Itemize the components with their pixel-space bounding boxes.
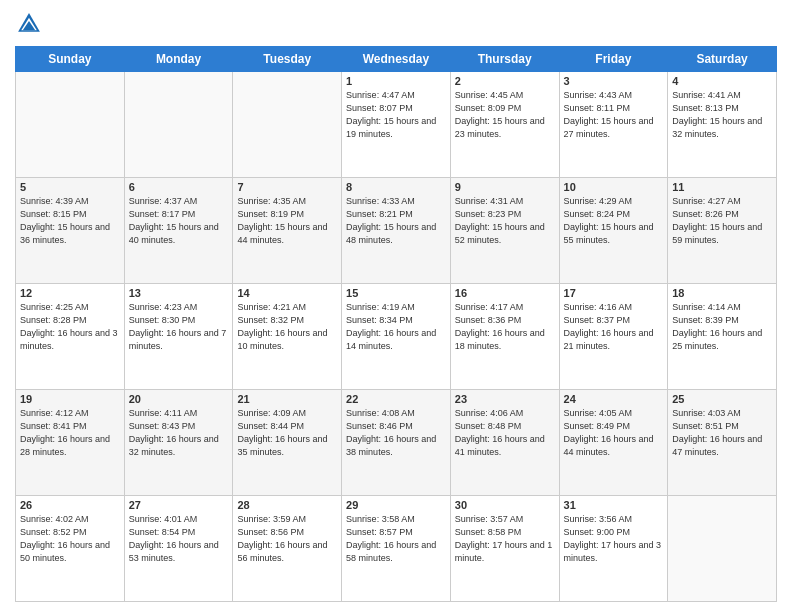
calendar-cell: 31Sunrise: 3:56 AM Sunset: 9:00 PM Dayli…: [559, 496, 668, 602]
day-info: Sunrise: 4:33 AM Sunset: 8:21 PM Dayligh…: [346, 195, 446, 247]
calendar-cell: 5Sunrise: 4:39 AM Sunset: 8:15 PM Daylig…: [16, 178, 125, 284]
day-info: Sunrise: 4:01 AM Sunset: 8:54 PM Dayligh…: [129, 513, 229, 565]
day-number: 26: [20, 499, 120, 511]
calendar-week-2: 5Sunrise: 4:39 AM Sunset: 8:15 PM Daylig…: [16, 178, 777, 284]
day-number: 24: [564, 393, 664, 405]
calendar-cell: 6Sunrise: 4:37 AM Sunset: 8:17 PM Daylig…: [124, 178, 233, 284]
calendar-cell: 13Sunrise: 4:23 AM Sunset: 8:30 PM Dayli…: [124, 284, 233, 390]
weekday-header-sunday: Sunday: [16, 47, 125, 72]
day-number: 11: [672, 181, 772, 193]
day-number: 28: [237, 499, 337, 511]
day-info: Sunrise: 4:37 AM Sunset: 8:17 PM Dayligh…: [129, 195, 229, 247]
day-number: 25: [672, 393, 772, 405]
day-info: Sunrise: 4:47 AM Sunset: 8:07 PM Dayligh…: [346, 89, 446, 141]
day-number: 19: [20, 393, 120, 405]
calendar-table: SundayMondayTuesdayWednesdayThursdayFrid…: [15, 46, 777, 602]
day-info: Sunrise: 3:59 AM Sunset: 8:56 PM Dayligh…: [237, 513, 337, 565]
calendar-cell: 14Sunrise: 4:21 AM Sunset: 8:32 PM Dayli…: [233, 284, 342, 390]
day-info: Sunrise: 4:41 AM Sunset: 8:13 PM Dayligh…: [672, 89, 772, 141]
day-info: Sunrise: 3:57 AM Sunset: 8:58 PM Dayligh…: [455, 513, 555, 565]
header: [15, 10, 777, 38]
calendar-cell: [16, 72, 125, 178]
calendar-cell: 10Sunrise: 4:29 AM Sunset: 8:24 PM Dayli…: [559, 178, 668, 284]
weekday-header-saturday: Saturday: [668, 47, 777, 72]
weekday-header-monday: Monday: [124, 47, 233, 72]
day-number: 3: [564, 75, 664, 87]
calendar-cell: [124, 72, 233, 178]
calendar-cell: 29Sunrise: 3:58 AM Sunset: 8:57 PM Dayli…: [342, 496, 451, 602]
day-info: Sunrise: 4:31 AM Sunset: 8:23 PM Dayligh…: [455, 195, 555, 247]
day-number: 6: [129, 181, 229, 193]
day-number: 7: [237, 181, 337, 193]
day-info: Sunrise: 4:14 AM Sunset: 8:39 PM Dayligh…: [672, 301, 772, 353]
calendar-cell: 4Sunrise: 4:41 AM Sunset: 8:13 PM Daylig…: [668, 72, 777, 178]
day-number: 27: [129, 499, 229, 511]
calendar-cell: 22Sunrise: 4:08 AM Sunset: 8:46 PM Dayli…: [342, 390, 451, 496]
calendar-cell: 1Sunrise: 4:47 AM Sunset: 8:07 PM Daylig…: [342, 72, 451, 178]
day-info: Sunrise: 4:08 AM Sunset: 8:46 PM Dayligh…: [346, 407, 446, 459]
calendar-cell: 23Sunrise: 4:06 AM Sunset: 8:48 PM Dayli…: [450, 390, 559, 496]
weekday-header-row: SundayMondayTuesdayWednesdayThursdayFrid…: [16, 47, 777, 72]
logo: [15, 10, 47, 38]
day-number: 18: [672, 287, 772, 299]
calendar-cell: 19Sunrise: 4:12 AM Sunset: 8:41 PM Dayli…: [16, 390, 125, 496]
day-info: Sunrise: 4:45 AM Sunset: 8:09 PM Dayligh…: [455, 89, 555, 141]
calendar-cell: [233, 72, 342, 178]
calendar-cell: 17Sunrise: 4:16 AM Sunset: 8:37 PM Dayli…: [559, 284, 668, 390]
day-number: 16: [455, 287, 555, 299]
calendar-cell: 27Sunrise: 4:01 AM Sunset: 8:54 PM Dayli…: [124, 496, 233, 602]
day-info: Sunrise: 4:05 AM Sunset: 8:49 PM Dayligh…: [564, 407, 664, 459]
day-info: Sunrise: 4:21 AM Sunset: 8:32 PM Dayligh…: [237, 301, 337, 353]
day-number: 20: [129, 393, 229, 405]
weekday-header-friday: Friday: [559, 47, 668, 72]
day-number: 1: [346, 75, 446, 87]
calendar-week-3: 12Sunrise: 4:25 AM Sunset: 8:28 PM Dayli…: [16, 284, 777, 390]
weekday-header-wednesday: Wednesday: [342, 47, 451, 72]
calendar-cell: 2Sunrise: 4:45 AM Sunset: 8:09 PM Daylig…: [450, 72, 559, 178]
day-number: 30: [455, 499, 555, 511]
calendar-cell: 24Sunrise: 4:05 AM Sunset: 8:49 PM Dayli…: [559, 390, 668, 496]
day-info: Sunrise: 4:11 AM Sunset: 8:43 PM Dayligh…: [129, 407, 229, 459]
calendar-cell: 12Sunrise: 4:25 AM Sunset: 8:28 PM Dayli…: [16, 284, 125, 390]
logo-icon: [15, 10, 43, 38]
calendar-cell: 20Sunrise: 4:11 AM Sunset: 8:43 PM Dayli…: [124, 390, 233, 496]
day-number: 9: [455, 181, 555, 193]
day-number: 12: [20, 287, 120, 299]
day-number: 15: [346, 287, 446, 299]
day-number: 14: [237, 287, 337, 299]
day-info: Sunrise: 4:25 AM Sunset: 8:28 PM Dayligh…: [20, 301, 120, 353]
day-info: Sunrise: 4:06 AM Sunset: 8:48 PM Dayligh…: [455, 407, 555, 459]
day-number: 17: [564, 287, 664, 299]
calendar-week-5: 26Sunrise: 4:02 AM Sunset: 8:52 PM Dayli…: [16, 496, 777, 602]
calendar-cell: 30Sunrise: 3:57 AM Sunset: 8:58 PM Dayli…: [450, 496, 559, 602]
weekday-header-thursday: Thursday: [450, 47, 559, 72]
calendar-cell: 7Sunrise: 4:35 AM Sunset: 8:19 PM Daylig…: [233, 178, 342, 284]
day-info: Sunrise: 4:29 AM Sunset: 8:24 PM Dayligh…: [564, 195, 664, 247]
calendar-cell: 11Sunrise: 4:27 AM Sunset: 8:26 PM Dayli…: [668, 178, 777, 284]
day-number: 29: [346, 499, 446, 511]
calendar-page: SundayMondayTuesdayWednesdayThursdayFrid…: [0, 0, 792, 612]
weekday-header-tuesday: Tuesday: [233, 47, 342, 72]
day-number: 2: [455, 75, 555, 87]
day-info: Sunrise: 3:58 AM Sunset: 8:57 PM Dayligh…: [346, 513, 446, 565]
day-number: 31: [564, 499, 664, 511]
day-number: 10: [564, 181, 664, 193]
calendar-cell: 21Sunrise: 4:09 AM Sunset: 8:44 PM Dayli…: [233, 390, 342, 496]
calendar-week-4: 19Sunrise: 4:12 AM Sunset: 8:41 PM Dayli…: [16, 390, 777, 496]
calendar-cell: 25Sunrise: 4:03 AM Sunset: 8:51 PM Dayli…: [668, 390, 777, 496]
day-info: Sunrise: 4:03 AM Sunset: 8:51 PM Dayligh…: [672, 407, 772, 459]
calendar-cell: 3Sunrise: 4:43 AM Sunset: 8:11 PM Daylig…: [559, 72, 668, 178]
day-number: 22: [346, 393, 446, 405]
calendar-cell: 8Sunrise: 4:33 AM Sunset: 8:21 PM Daylig…: [342, 178, 451, 284]
day-info: Sunrise: 4:02 AM Sunset: 8:52 PM Dayligh…: [20, 513, 120, 565]
day-info: Sunrise: 4:39 AM Sunset: 8:15 PM Dayligh…: [20, 195, 120, 247]
day-number: 8: [346, 181, 446, 193]
calendar-cell: 26Sunrise: 4:02 AM Sunset: 8:52 PM Dayli…: [16, 496, 125, 602]
day-number: 5: [20, 181, 120, 193]
day-info: Sunrise: 4:12 AM Sunset: 8:41 PM Dayligh…: [20, 407, 120, 459]
day-info: Sunrise: 4:35 AM Sunset: 8:19 PM Dayligh…: [237, 195, 337, 247]
day-info: Sunrise: 4:09 AM Sunset: 8:44 PM Dayligh…: [237, 407, 337, 459]
day-info: Sunrise: 4:19 AM Sunset: 8:34 PM Dayligh…: [346, 301, 446, 353]
calendar-cell: 18Sunrise: 4:14 AM Sunset: 8:39 PM Dayli…: [668, 284, 777, 390]
calendar-cell: 28Sunrise: 3:59 AM Sunset: 8:56 PM Dayli…: [233, 496, 342, 602]
